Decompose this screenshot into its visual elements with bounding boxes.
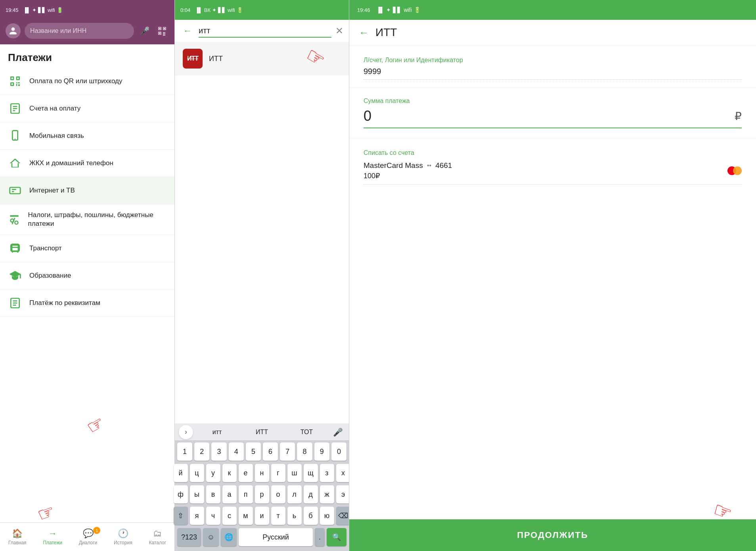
kb-ю[interactable]: ю [320, 507, 334, 525]
search-input-1[interactable]: Название или ИНН [25, 23, 134, 39]
menu-item-internet[interactable]: Интернет и ТВ [0, 177, 174, 204]
kb-mic-icon[interactable]: 🎤 [331, 425, 345, 439]
clear-button[interactable]: ✕ [335, 25, 343, 36]
kb-space[interactable]: Русский [239, 528, 313, 546]
menu-item-taxes[interactable]: Налоги, штрафы, пошлины, бюджетные плате… [0, 204, 174, 235]
kb-key-8[interactable]: 8 [297, 442, 312, 461]
status-bar-2: 0:04 ▐▌ ВК ✦ ▋▋ wifi 🔋 [175, 0, 349, 20]
kb-я[interactable]: я [190, 507, 204, 525]
kb-key-7[interactable]: 7 [280, 442, 295, 461]
kb-expand-btn[interactable]: › [179, 425, 193, 439]
menu-label-transport: Транспорт [29, 244, 62, 253]
kb-key-5[interactable]: 5 [246, 442, 261, 461]
search-field-2[interactable] [199, 25, 331, 38]
kb-о[interactable]: о [271, 485, 285, 503]
kb-л[interactable]: л [287, 485, 302, 503]
nav-history[interactable]: 🕐 История [114, 528, 132, 545]
kb-п[interactable]: п [239, 485, 253, 503]
kb-т[interactable]: т [271, 507, 285, 525]
kb-del[interactable]: ⌫ [336, 507, 350, 525]
kb-key-4[interactable]: 4 [229, 442, 244, 461]
kb-shift[interactable]: ⇧ [174, 507, 188, 525]
menu-item-education[interactable]: Образование [0, 262, 174, 290]
kb-к[interactable]: к [222, 464, 237, 482]
kb-suggestion-2[interactable]: ИТТ [241, 429, 283, 436]
kb-ч[interactable]: ч [206, 507, 220, 525]
kb-м[interactable]: м [239, 507, 253, 525]
account-card-row[interactable]: MasterCard Mass •• 4661 100₽ [364, 161, 742, 185]
qr-scan-icon[interactable] [155, 24, 169, 38]
kb-suggestion-3[interactable]: ТОТ [286, 429, 327, 436]
menu-item-bills[interactable]: Счета на оплату [0, 95, 174, 122]
kb-123[interactable]: ?123 [177, 528, 201, 546]
search-result-itt[interactable]: ИТТ ИТТ [175, 42, 349, 75]
mic-icon[interactable]: 🎤 [138, 24, 151, 38]
bt-icon: ✦ [32, 7, 36, 13]
continue-button[interactable]: ПРОДОЛЖИТЬ [349, 519, 756, 551]
nav-catalog[interactable]: 🗂 Каталог [149, 528, 166, 545]
amount-input-row[interactable]: 0 ₽ [364, 108, 742, 128]
menu-item-transport[interactable]: Транспорт [0, 235, 174, 262]
kb-в[interactable]: в [206, 485, 220, 503]
back-button-3[interactable]: ← [359, 27, 369, 39]
kb-row-2: ф ы в а п р о л д ж э [175, 484, 349, 505]
menu-item-requisites[interactable]: Платёж по реквизитам [0, 290, 174, 317]
kb-ц[interactable]: ц [190, 464, 204, 482]
debit-account-section: Списать со счета MasterCard Mass •• 4661… [349, 138, 756, 198]
kb-key-3[interactable]: 3 [211, 442, 226, 461]
avatar-icon[interactable] [6, 23, 21, 38]
kb-ф[interactable]: ф [174, 485, 188, 503]
kb-key-1[interactable]: 1 [177, 442, 192, 461]
kb-щ[interactable]: щ [304, 464, 318, 482]
dialogs-badge: 1 [93, 527, 100, 534]
kb-ы[interactable]: ы [190, 485, 204, 503]
kb-ш[interactable]: ш [287, 464, 302, 482]
menu-item-housing[interactable]: ЖКХ и домашний телефон [0, 150, 174, 177]
kb-е[interactable]: е [239, 464, 253, 482]
account-field-section: Л/счет, Логин или Идентификатор 9999 [349, 46, 756, 88]
kb-с[interactable]: с [222, 507, 237, 525]
kb-key-2[interactable]: 2 [194, 442, 209, 461]
kb-ь[interactable]: ь [287, 507, 302, 525]
kb-р[interactable]: р [255, 485, 269, 503]
kb-period[interactable]: . [315, 528, 325, 546]
svg-rect-8 [16, 84, 17, 86]
menu-item-qr[interactable]: Оплата по QR или штрихкоду [0, 68, 174, 95]
account-field-value[interactable]: 9999 [364, 67, 742, 80]
kb-г[interactable]: г [271, 464, 285, 482]
kb-и[interactable]: и [255, 507, 269, 525]
nav-payments[interactable]: → Платежи [43, 528, 62, 545]
menu-item-mobile[interactable]: Мобильная связь [0, 122, 174, 150]
back-button-2[interactable]: ← [180, 24, 195, 38]
wifi-icon-3: wifi [404, 7, 411, 13]
kb-э[interactable]: э [336, 485, 350, 503]
kb-б[interactable]: б [304, 507, 318, 525]
kb-emoji[interactable]: ☺ [203, 528, 219, 546]
nav-home[interactable]: 🏠 Главная [8, 528, 27, 545]
kb-ж[interactable]: ж [320, 485, 334, 503]
kb-suggestion-1[interactable]: итт [196, 429, 238, 436]
svg-rect-3 [11, 78, 13, 79]
kb-н[interactable]: н [255, 464, 269, 482]
kb-й[interactable]: й [174, 464, 188, 482]
kb-key-6[interactable]: 6 [263, 442, 278, 461]
kb-key-0[interactable]: 0 [331, 442, 346, 461]
kb-д[interactable]: д [304, 485, 318, 503]
account-field-label: Л/счет, Логин или Идентификатор [364, 57, 742, 64]
menu-label-taxes: Налоги, штрафы, пошлины, бюджетные плате… [28, 211, 167, 228]
nav-dialogs[interactable]: 💬 1 Диалоги [79, 528, 97, 545]
svg-point-21 [15, 221, 18, 224]
menu-label-housing: ЖКХ и домашний телефон [29, 159, 113, 168]
kb-у[interactable]: у [206, 464, 220, 482]
debit-label: Списать со счета [364, 149, 742, 156]
kb-key-9[interactable]: 9 [314, 442, 329, 461]
search-header: ← ✕ [175, 20, 349, 42]
kb-х[interactable]: х [336, 464, 350, 482]
menu-label-bills: Счета на оплату [29, 104, 80, 113]
bt-icon-2: ✦ [212, 7, 216, 13]
vk-icon: ВК [204, 7, 211, 13]
kb-globe[interactable]: 🌐 [221, 528, 237, 546]
kb-з[interactable]: з [320, 464, 334, 482]
kb-search[interactable]: 🔍 [327, 528, 346, 546]
kb-а[interactable]: а [222, 485, 237, 503]
